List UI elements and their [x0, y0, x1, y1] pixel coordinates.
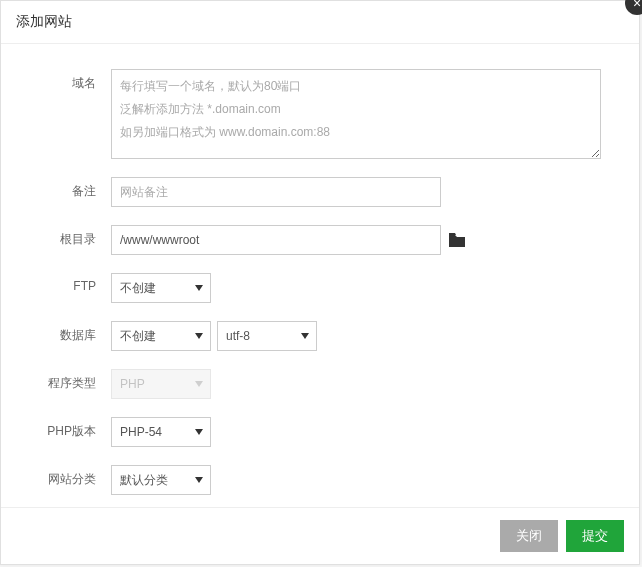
program-type-select: PHP [111, 369, 211, 399]
site-category-select[interactable]: 默认分类 [111, 465, 211, 495]
dialog-body: 域名 备注 根目录 FTP 不创建 [1, 44, 639, 533]
label-root: 根目录 [11, 225, 111, 248]
label-php-version: PHP版本 [11, 417, 111, 440]
php-version-select[interactable]: PHP-54 [111, 417, 211, 447]
label-program-type: 程序类型 [11, 369, 111, 392]
submit-button[interactable]: 提交 [566, 520, 624, 552]
close-button[interactable]: 关闭 [500, 520, 558, 552]
charset-select[interactable]: utf-8 [217, 321, 317, 351]
ftp-select[interactable]: 不创建 [111, 273, 211, 303]
dialog-footer: 关闭 提交 [1, 507, 639, 564]
label-domain: 域名 [11, 69, 111, 92]
note-input[interactable] [111, 177, 441, 207]
root-dir-input[interactable] [111, 225, 441, 255]
label-database: 数据库 [11, 321, 111, 344]
label-note: 备注 [11, 177, 111, 200]
label-category: 网站分类 [11, 465, 111, 488]
label-ftp: FTP [11, 273, 111, 293]
domain-textarea[interactable] [111, 69, 601, 159]
folder-icon[interactable] [449, 233, 465, 247]
dialog-title: 添加网站 [1, 1, 639, 44]
database-select[interactable]: 不创建 [111, 321, 211, 351]
add-site-dialog: × 添加网站 域名 备注 根目录 FTP [0, 0, 640, 565]
